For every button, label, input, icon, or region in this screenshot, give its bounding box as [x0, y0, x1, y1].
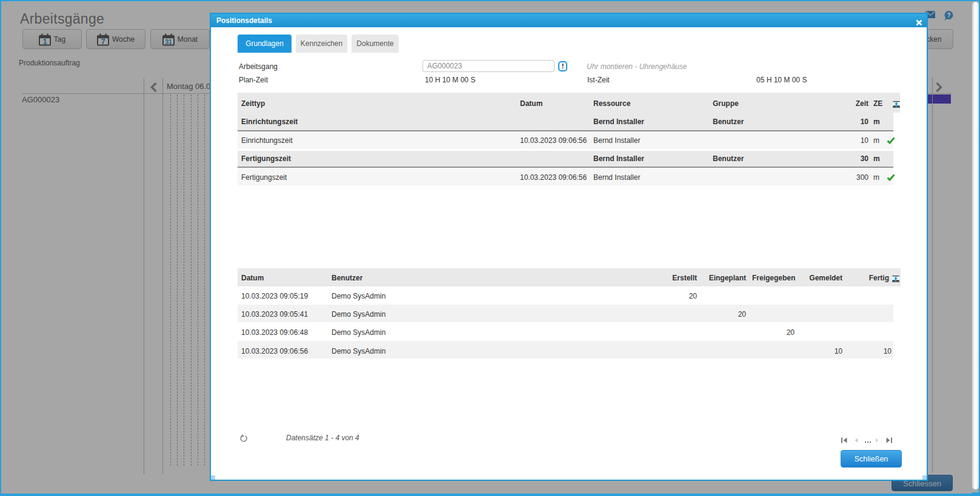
svg-text:?: ? — [947, 12, 950, 19]
